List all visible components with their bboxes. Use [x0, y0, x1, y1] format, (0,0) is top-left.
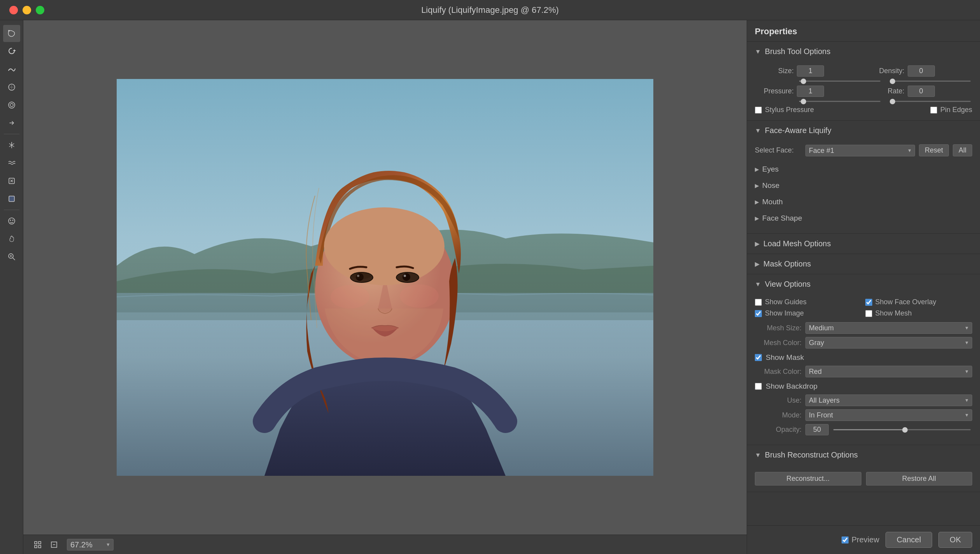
all-face-button[interactable]: All — [953, 144, 972, 156]
mouth-subsection-header[interactable]: Mouth — [755, 195, 972, 209]
show-mesh-label: Show Mesh — [875, 309, 912, 317]
size-slider-row — [755, 81, 972, 82]
svg-rect-27 — [35, 545, 37, 548]
stylus-pressure-checkbox[interactable] — [755, 107, 762, 114]
restore-all-button[interactable]: Restore All — [866, 472, 973, 486]
smooth-tool-button[interactable] — [3, 61, 20, 78]
reconstruct-button[interactable]: Reconstruct... — [755, 472, 861, 486]
zoom-tool-button[interactable] — [3, 248, 20, 265]
actual-pixels-button[interactable] — [47, 538, 61, 551]
reset-face-button[interactable]: Reset — [919, 144, 949, 156]
svg-point-14 — [324, 207, 444, 285]
pucker-tool-button[interactable] — [3, 79, 20, 96]
pressure-value-input[interactable] — [797, 86, 824, 97]
use-dropdown[interactable]: All Layers Layer Below Layer Above — [805, 394, 972, 406]
select-face-dropdown[interactable]: Face #1 — [805, 145, 915, 156]
density-value-input[interactable] — [908, 65, 935, 77]
eyes-subsection: Eyes — [755, 162, 972, 177]
face-shape-label: Face Shape — [762, 214, 802, 223]
mode-dropdown[interactable]: In Front Behind Blended — [805, 409, 972, 421]
brush-reconstruct-options-section: Brush Reconstruct Options Reconstruct...… — [747, 445, 980, 492]
nose-subsection-header[interactable]: Nose — [755, 178, 972, 193]
brush-tool-options-header[interactable]: Brush Tool Options — [747, 42, 980, 61]
mirror-tool-button[interactable] — [3, 137, 20, 154]
face-aware-liquify-body: Select Face: Face #1 Reset All — [747, 140, 980, 233]
eyes-label: Eyes — [762, 165, 779, 174]
mask-color-dropdown-wrapper[interactable]: Red Green Blue White Black — [805, 366, 972, 377]
view-checkboxes-grid: Show Guides Show Face Overlay Show Image — [755, 298, 972, 317]
pressure-slider-row — [755, 101, 972, 102]
bloat-tool-button[interactable] — [3, 96, 20, 114]
svg-point-21 — [402, 273, 410, 281]
load-mesh-options-header[interactable]: Load Mesh Options — [747, 234, 980, 254]
size-half: Size: — [755, 65, 862, 77]
rate-value-input[interactable] — [908, 86, 935, 97]
canvas-image — [117, 79, 653, 476]
show-backdrop-row: Show Backdrop — [755, 382, 972, 391]
brush-reconstruct-options-header[interactable]: Brush Reconstruct Options — [747, 445, 980, 465]
size-value-input[interactable] — [797, 65, 824, 77]
opacity-slider-track[interactable] — [833, 429, 971, 430]
pin-edges-checkbox[interactable] — [930, 107, 937, 114]
face-shape-subsection-header[interactable]: Face Shape — [755, 211, 972, 226]
mesh-size-dropdown-wrapper[interactable]: Medium Small Large — [805, 322, 972, 334]
rate-label: Rate: — [866, 87, 905, 95]
mesh-color-dropdown[interactable]: Gray Red Blue White Black — [805, 337, 972, 349]
view-options-header[interactable]: View Options — [747, 274, 980, 294]
mask-options-header[interactable]: Mask Options — [747, 254, 980, 274]
brush-reconstruct-chevron-icon — [755, 452, 761, 459]
eyes-subsection-header[interactable]: Eyes — [755, 162, 972, 177]
opacity-value-input[interactable] — [805, 424, 829, 435]
show-guides-checkbox[interactable] — [755, 299, 762, 306]
pin-edges-checkbox-row: Pin Edges — [930, 106, 972, 114]
face-aware-liquify-header[interactable]: Face-Aware Liquify — [747, 121, 980, 140]
show-image-checkbox[interactable] — [755, 310, 762, 317]
mesh-size-dropdown[interactable]: Medium Small Large — [805, 322, 972, 334]
reconstruct-tool-button[interactable] — [3, 43, 20, 60]
turbulence-tool-button[interactable] — [3, 154, 20, 172]
brush-reconstruct-body: Reconstruct... Restore All — [747, 465, 980, 492]
mesh-color-dropdown-wrapper[interactable]: Gray Red Blue White Black — [805, 337, 972, 349]
mode-dropdown-wrapper[interactable]: In Front Behind Blended — [805, 409, 972, 421]
show-backdrop-checkbox[interactable] — [755, 383, 762, 390]
rate-slider-track[interactable] — [890, 101, 971, 102]
freeze-mask-tool-button[interactable] — [3, 172, 20, 189]
warp-tool-button[interactable] — [3, 25, 20, 42]
main-layout: 67.2% 25% 50% 100% 200% Properties Brush… — [0, 20, 980, 554]
toolbar-separator — [4, 134, 19, 134]
select-face-dropdown-wrapper[interactable]: Face #1 — [805, 145, 915, 156]
fit-screen-button[interactable] — [31, 538, 44, 551]
zoom-select[interactable]: 67.2% 25% 50% 100% 200% — [67, 539, 114, 550]
cancel-button[interactable]: Cancel — [886, 532, 932, 548]
push-left-tool-button[interactable] — [3, 114, 20, 131]
reconstruct-buttons-row: Reconstruct... Restore All — [755, 472, 972, 486]
canvas-area[interactable] — [23, 20, 747, 535]
mask-color-dropdown[interactable]: Red Green Blue White Black — [805, 366, 972, 377]
zoom-wrapper[interactable]: 67.2% 25% 50% 100% 200% — [67, 539, 114, 550]
thaw-mask-tool-button[interactable] — [3, 190, 20, 207]
panel-content: Brush Tool Options Size: Density: — [747, 42, 980, 525]
minimize-button[interactable] — [23, 6, 31, 14]
bottom-buttons-bar: Preview Cancel OK — [747, 525, 980, 554]
view-options-section: View Options Show Guides Show Face Overl… — [747, 274, 980, 445]
brush-reconstruct-options-label: Brush Reconstruct Options — [765, 451, 858, 459]
show-mesh-checkbox[interactable] — [865, 310, 872, 317]
density-slider-track[interactable] — [890, 81, 971, 82]
maximize-button[interactable] — [36, 6, 44, 14]
traffic-lights — [9, 6, 44, 14]
use-dropdown-wrapper[interactable]: All Layers Layer Below Layer Above — [805, 394, 972, 406]
show-image-label: Show Image — [765, 309, 804, 317]
show-guides-label: Show Guides — [765, 298, 807, 306]
show-mask-checkbox[interactable] — [755, 354, 762, 361]
nose-label: Nose — [762, 181, 779, 190]
close-button[interactable] — [9, 6, 18, 14]
face-tool-button[interactable] — [3, 212, 20, 230]
show-face-overlay-checkbox[interactable] — [865, 299, 872, 306]
svg-point-3 — [9, 102, 15, 108]
density-half: Density: — [866, 65, 973, 77]
pressure-slider-track[interactable] — [799, 101, 880, 102]
size-slider-track[interactable] — [799, 81, 880, 82]
hand-tool-button[interactable] — [3, 230, 20, 247]
preview-checkbox[interactable] — [842, 536, 849, 543]
ok-button[interactable]: OK — [938, 532, 972, 548]
